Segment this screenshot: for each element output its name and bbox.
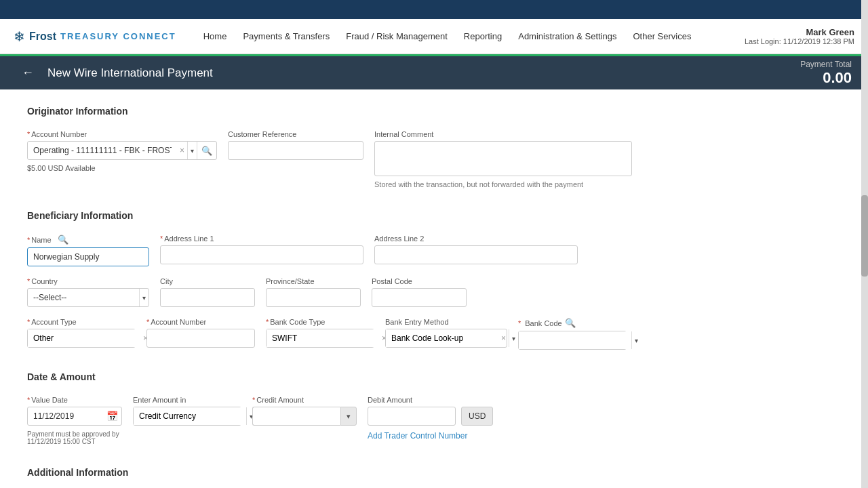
value-date-label: *Value Date	[27, 396, 122, 404]
country-select-wrapper: --Select-- ▾	[27, 288, 149, 307]
bank-entry-method-dropdown-arrow[interactable]: ▾	[509, 329, 518, 347]
date-amount-title: Date & Amount	[27, 371, 841, 385]
scrollbar-thumb[interactable]	[861, 195, 868, 277]
customer-reference-input[interactable]	[228, 141, 363, 160]
credit-amount-group: *Credit Amount ▾	[252, 396, 357, 426]
internal-comment-note: Stored with the transaction, but not for…	[374, 180, 632, 188]
account-type-group: *Account Type × ▾	[27, 318, 136, 348]
country-dropdown-arrow[interactable]: ▾	[139, 289, 149, 306]
enter-amount-in-group: Enter Amount in ▾	[133, 396, 241, 426]
address-line1-group: *Address Line 1	[160, 235, 363, 264]
postal-code-label: Postal Code	[372, 277, 467, 285]
nav-payments[interactable]: Payments & Transfers	[243, 31, 330, 41]
country-select[interactable]: --Select--	[28, 289, 139, 306]
internal-comment-label: Internal Comment	[374, 130, 632, 138]
address-line2-group: Address Line 2	[374, 235, 578, 264]
account-number-label: *Account Number	[27, 130, 217, 138]
available-text: $5.00 USD Available	[27, 164, 217, 172]
bank-code-type-input[interactable]	[267, 329, 379, 347]
bank-code-search-icon[interactable]: 🔍	[565, 318, 576, 328]
debit-amount-wrapper: USD	[368, 407, 493, 426]
additional-section: Additional Information	[27, 467, 841, 481]
bank-entry-method-input[interactable]	[386, 329, 498, 347]
city-input[interactable]	[160, 288, 255, 307]
bank-code-input[interactable]	[519, 331, 631, 349]
beneficiary-row-2: *Country --Select-- ▾ City Province/Stat…	[27, 277, 841, 307]
province-group: Province/State	[266, 277, 361, 307]
country-group: *Country --Select-- ▾	[27, 277, 149, 307]
credit-amount-input[interactable]	[252, 407, 340, 426]
customer-reference-label: Customer Reference	[228, 130, 363, 138]
name-search-icon[interactable]: 🔍	[58, 235, 68, 245]
debit-amount-input[interactable]	[368, 407, 456, 426]
additional-section-title: Additional Information	[27, 467, 841, 481]
nav-fraud[interactable]: Fraud / Risk Management	[346, 31, 448, 41]
nav-other[interactable]: Other Services	[633, 31, 691, 41]
postal-code-group: Postal Code	[372, 277, 467, 307]
address-line1-label: *Address Line 1	[160, 235, 363, 243]
beneficiary-section-title: Beneficiary Information	[27, 210, 841, 224]
payment-total-amount: 0.00	[800, 69, 852, 87]
name-group: *Name 🔍	[27, 235, 149, 266]
originator-form-row: *Account Number × ▾ 🔍 $5.00 USD Availabl…	[27, 130, 841, 188]
payment-total: Payment Total 0.00	[800, 60, 852, 87]
beneficiary-account-number-input[interactable]	[146, 329, 255, 348]
add-trader-link[interactable]: Add Trader Control Number	[368, 431, 493, 441]
payment-total-label: Payment Total	[800, 60, 852, 69]
credit-amount-dropdown-btn[interactable]: ▾	[340, 407, 357, 426]
enter-amount-in-input[interactable]	[134, 407, 246, 425]
logo-frost-text: Frost	[29, 30, 56, 43]
province-input[interactable]	[266, 288, 361, 307]
user-info: Mark Green Last Login: 11/12/2019 12:38 …	[745, 27, 854, 45]
address-line2-label: Address Line 2	[374, 235, 578, 243]
bank-code-label: *Bank Code 🔍	[518, 318, 627, 328]
credit-amount-label: *Credit Amount	[252, 396, 357, 404]
account-type-select-wrapper: × ▾	[27, 329, 136, 348]
nav-reporting[interactable]: Reporting	[464, 31, 502, 41]
page-header: ← New Wire International Payment Payment…	[0, 54, 868, 89]
postal-code-input[interactable]	[372, 288, 467, 307]
beneficiary-account-number-group: *Account Number	[146, 318, 255, 348]
back-button[interactable]: ←	[16, 63, 39, 83]
account-number-select-wrapper: × ▾ 🔍	[27, 141, 217, 160]
beneficiary-row-1: *Name 🔍 *Address Line 1 Address Line 2	[27, 235, 841, 266]
logo-connect-text: TREASURY CONNECT	[60, 31, 176, 41]
main-content: Originator Information *Account Number ×…	[0, 89, 868, 488]
bank-entry-method-group: Bank Entry Method × ▾	[385, 318, 507, 348]
page-title: New Wire International Payment	[47, 66, 213, 80]
bank-code-dropdown-arrow[interactable]: ▾	[631, 331, 641, 349]
bank-entry-method-clear-btn[interactable]: ×	[498, 333, 509, 343]
account-number-dropdown-arrow[interactable]: ▾	[187, 142, 197, 159]
scrollbar[interactable]	[861, 0, 868, 488]
account-number-search-icon[interactable]: 🔍	[197, 142, 216, 159]
enter-amount-in-label: Enter Amount in	[133, 396, 241, 404]
account-number-clear-btn[interactable]: ×	[177, 146, 187, 155]
calendar-icon[interactable]: 📅	[106, 411, 118, 422]
approval-note: Payment must be approved by 11/12/2019 1…	[27, 430, 122, 445]
last-login: Last Login: 11/12/2019 12:38 PM	[745, 37, 854, 45]
usd-button[interactable]: USD	[461, 407, 493, 426]
debit-amount-group: Debit Amount USD Add Trader Control Numb…	[368, 396, 493, 441]
account-type-input[interactable]	[28, 329, 140, 347]
address-line1-input[interactable]	[160, 245, 363, 264]
credit-amount-input-wrapper: ▾	[252, 407, 357, 426]
date-amount-row: *Value Date 📅 Payment must be approved b…	[27, 396, 841, 445]
nav-links: Home Payments & Transfers Fraud / Risk M…	[203, 31, 745, 41]
user-name: Mark Green	[745, 27, 854, 37]
internal-comment-input[interactable]	[374, 141, 632, 176]
bank-code-type-wrapper: × ▾	[266, 329, 374, 348]
nav-admin[interactable]: Administration & Settings	[518, 31, 616, 41]
account-number-group: *Account Number × ▾ 🔍 $5.00 USD Availabl…	[27, 130, 217, 172]
name-label: *Name 🔍	[27, 235, 149, 245]
logo-snowflake-icon: ❄	[14, 28, 25, 45]
bank-code-type-label: *Bank Code Type	[266, 318, 374, 326]
bank-entry-method-label: Bank Entry Method	[385, 318, 507, 326]
nav-home[interactable]: Home	[203, 31, 227, 41]
debit-amount-label: Debit Amount	[368, 396, 493, 404]
account-number-input[interactable]	[28, 142, 177, 159]
bank-code-group: *Bank Code 🔍 ▾	[518, 318, 627, 350]
address-line2-input[interactable]	[374, 245, 578, 264]
name-input[interactable]	[27, 247, 149, 266]
logo: ❄ Frost TREASURY CONNECT	[14, 28, 176, 45]
beneficiary-account-number-label: *Account Number	[146, 318, 255, 326]
